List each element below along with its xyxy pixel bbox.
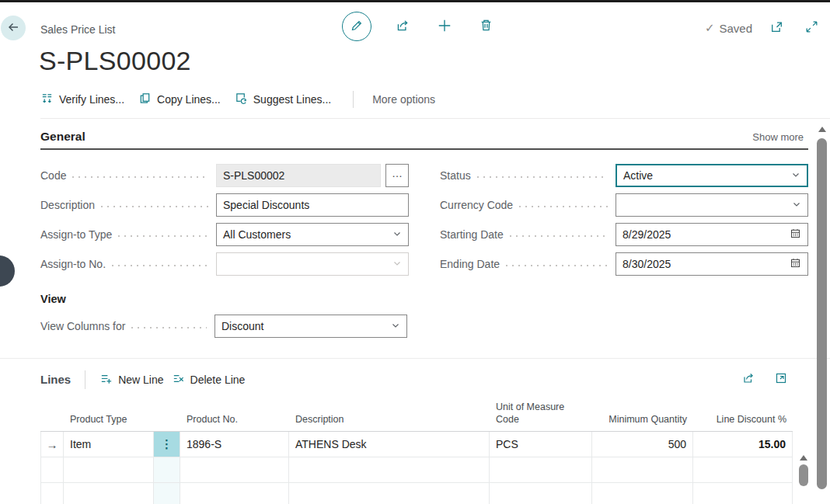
cell-product-type[interactable]: Item: [64, 432, 154, 457]
status-dropdown[interactable]: Active: [616, 164, 808, 187]
ending-date-field[interactable]: 8/30/2025: [616, 252, 808, 276]
starting-date-field[interactable]: 8/29/2025: [616, 223, 808, 246]
share-button[interactable]: [392, 15, 413, 39]
copy-icon: [138, 92, 152, 107]
delete-button[interactable]: [476, 15, 497, 38]
scroll-up-arrow-icon[interactable]: [800, 455, 807, 461]
cell-uom-code[interactable]: PCS: [490, 432, 592, 457]
lines-header-divider: [85, 370, 85, 389]
table-row: → Item ⋮ 1896-S ATHENS Desk PCS 500 15.0…: [40, 432, 793, 457]
trash-icon: [479, 18, 493, 35]
suggest-lines-button[interactable]: Suggest Lines...: [235, 89, 339, 110]
share-lines-button[interactable]: [738, 368, 759, 391]
cell-minimum-quantity[interactable]: [592, 457, 693, 483]
col-header-line-discount[interactable]: Line Discount %: [693, 398, 793, 432]
dotted-leader: [106, 252, 216, 276]
currency-code-dropdown[interactable]: [616, 193, 808, 217]
popout-window-icon: [769, 19, 784, 36]
dotted-leader: [504, 223, 616, 246]
suggest-lines-label: Suggest Lines...: [253, 93, 331, 106]
back-button[interactable]: [1, 16, 26, 40]
row-menu-cell[interactable]: [154, 483, 180, 504]
table-row-empty: [40, 483, 793, 504]
page-header: Sales Price List: [0, 2, 830, 43]
show-more-link[interactable]: Show more: [748, 130, 808, 144]
page-scrollbar-thumb[interactable]: [817, 138, 827, 489]
view-columns-dropdown[interactable]: Discount: [214, 315, 407, 338]
cell-description[interactable]: [289, 483, 490, 504]
table-scrollbar-thumb[interactable]: [799, 464, 808, 486]
scroll-up-arrow-icon[interactable]: [818, 127, 826, 132]
code-label: Code: [40, 169, 66, 182]
new-button[interactable]: [434, 15, 455, 39]
col-header-description[interactable]: Description: [289, 398, 490, 432]
cell-product-no[interactable]: [180, 483, 289, 504]
page-title: S-PLS00002: [39, 46, 830, 76]
description-input[interactable]: [216, 193, 409, 217]
col-header-minimum-quantity[interactable]: Minimum Quantity: [592, 398, 693, 432]
col-header-product-type[interactable]: Product Type: [64, 398, 154, 432]
assign-to-type-dropdown[interactable]: All Customers: [216, 223, 409, 246]
code-field[interactable]: S-PLS00002: [216, 164, 381, 187]
cell-product-type[interactable]: [64, 457, 154, 483]
status-label: Status: [440, 169, 471, 182]
copy-lines-button[interactable]: Copy Lines...: [138, 89, 228, 110]
cell-product-type[interactable]: [64, 483, 154, 504]
currency-code-field-row: Currency Code: [440, 193, 808, 217]
cell-description[interactable]: ATHENS Desk: [289, 432, 490, 457]
row-indicator-cell: [40, 483, 64, 504]
chevron-down-icon: [392, 228, 402, 241]
header-actions: [342, 12, 497, 41]
lines-header-actions: [738, 368, 808, 391]
active-row-indicator: →: [40, 432, 64, 457]
cell-product-no[interactable]: 1896-S: [180, 432, 289, 457]
expand-page-button[interactable]: [801, 16, 822, 40]
col-header-uom-code[interactable]: Unit of Measure Code: [490, 398, 592, 432]
view-columns-label: View Columns for: [40, 320, 125, 332]
open-lines-in-new-button[interactable]: [771, 368, 791, 391]
delete-line-button[interactable]: Delete Line: [172, 369, 253, 391]
verify-lines-label: Verify Lines...: [59, 93, 124, 106]
chevron-down-icon: [391, 320, 400, 332]
new-line-label: New Line: [118, 374, 163, 386]
chevron-down-icon: [392, 258, 402, 270]
suggest-lines-icon: [235, 92, 248, 107]
currency-code-label: Currency Code: [440, 199, 513, 211]
table-scrollbar[interactable]: [797, 455, 810, 486]
saved-label: Saved: [719, 22, 752, 35]
cell-line-discount[interactable]: [693, 457, 793, 483]
dotted-leader: [66, 164, 216, 187]
verify-lines-button[interactable]: Verify Lines...: [40, 89, 132, 110]
open-in-window-button[interactable]: [766, 16, 787, 40]
delete-line-icon: [172, 372, 185, 388]
row-menu-cell[interactable]: [154, 457, 180, 483]
code-assist-button[interactable]: …: [385, 164, 409, 187]
dotted-leader: [513, 193, 616, 217]
lines-section-header: Lines New Line Delete Line: [40, 368, 808, 391]
more-options-button[interactable]: More options: [368, 92, 440, 106]
status-field-row: Status Active: [440, 164, 808, 187]
cell-product-no[interactable]: [180, 457, 289, 483]
edit-button[interactable]: [342, 12, 371, 41]
assign-to-no-field-row: Assign-to No.: [40, 252, 409, 276]
new-line-button[interactable]: New Line: [99, 369, 171, 391]
page-scrollbar[interactable]: [816, 127, 828, 489]
col-header-product-no[interactable]: Product No.: [180, 398, 289, 432]
cell-description[interactable]: [289, 457, 490, 483]
lines-table: Product Type Product No. Description Uni…: [40, 398, 793, 504]
cell-line-discount[interactable]: [693, 483, 793, 504]
general-form: Code S-PLS00002 … Description Assign-to …: [40, 164, 808, 282]
assign-to-type-value: All Customers: [223, 228, 291, 241]
cell-uom-code[interactable]: [490, 457, 592, 483]
calendar-icon: [790, 257, 801, 271]
cell-minimum-quantity[interactable]: [592, 483, 693, 504]
popout-icon: [774, 371, 788, 388]
dotted-leader: [125, 315, 214, 338]
cell-line-discount[interactable]: 15.00: [693, 432, 793, 457]
row-menu-cell[interactable]: ⋮: [154, 432, 180, 457]
cell-minimum-quantity[interactable]: 500: [592, 432, 693, 457]
starting-date-field-row: Starting Date 8/29/2025: [440, 223, 808, 246]
pencil-icon: [350, 19, 364, 35]
left-edge-floating-button[interactable]: [0, 255, 15, 287]
cell-uom-code[interactable]: [490, 483, 592, 504]
